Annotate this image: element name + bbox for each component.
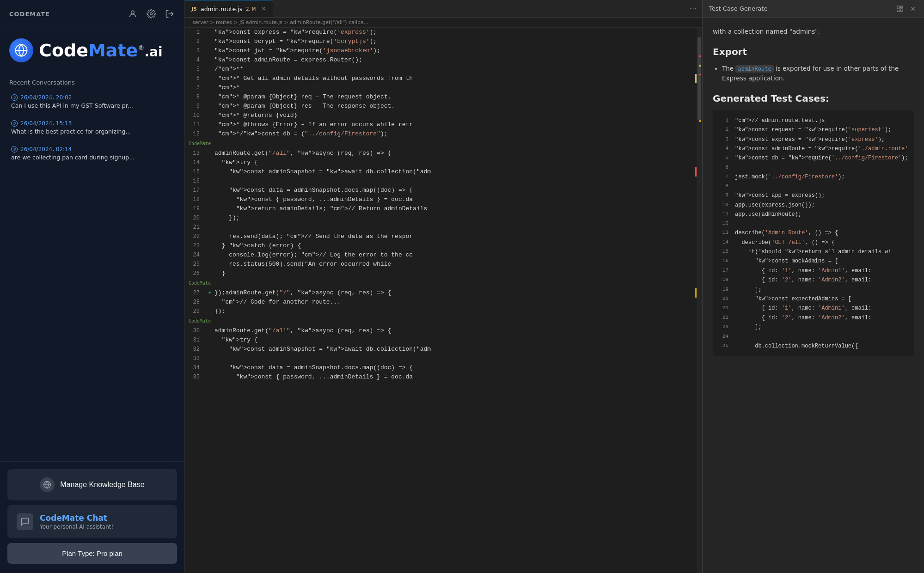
- code-line-14: 14 "kw">try {: [185, 158, 697, 167]
- tc-code-12: [735, 219, 906, 228]
- tc-num-7: 7: [720, 172, 735, 182]
- code-line-29: 29});: [185, 307, 697, 316]
- code-line-6: 6 "cm">* Get all admin details without p…: [185, 74, 697, 83]
- line-gutter-30: [205, 326, 214, 335]
- tc-line-6: 6: [720, 163, 906, 172]
- tab-close-button[interactable]: ✕: [262, 6, 266, 12]
- tc-num-11: 11: [720, 210, 735, 219]
- line-number-26: 26: [185, 269, 205, 278]
- tc-num-23: 23: [720, 323, 735, 332]
- tc-line-9: 9"kw">const app = express();: [720, 191, 906, 200]
- right-panel-actions: ✕: [895, 4, 918, 13]
- tc-line-25: 25 db.collection.mockReturnValue({: [720, 341, 906, 351]
- code-line-17: 17 "kw">const data = adminSnapshot.docs.…: [185, 186, 697, 195]
- panel-layout-icon[interactable]: [895, 4, 905, 13]
- tab-modification-badge: 2, M: [246, 6, 256, 12]
- line-code-3: "kw">const jwt = "kw">require('jsonwebto…: [214, 46, 695, 55]
- clock-icon-2: ⏱: [11, 120, 18, 127]
- breadcrumb-text: server > routes > JS admin.route.js > ad…: [192, 19, 368, 25]
- tc-num-18: 18: [720, 275, 735, 285]
- editor-scrollbar[interactable]: [697, 28, 702, 573]
- tc-num-19: 19: [720, 285, 735, 294]
- tc-line-12: 12: [720, 219, 906, 228]
- scroll-indicator-orange: [699, 65, 701, 67]
- plan-button[interactable]: Plan Type: Pro plan: [7, 543, 177, 564]
- tc-line-11: 11app.use(adminRoute);: [720, 210, 906, 219]
- tc-code-16: "kw">const mockAdmins = [: [735, 256, 906, 266]
- line-number-11: 11: [185, 120, 205, 129]
- line-gutter-32: [205, 345, 214, 354]
- tc-code-23: ];: [735, 323, 906, 332]
- logout-icon[interactable]: [164, 8, 175, 19]
- line-gutter-25: [205, 260, 214, 269]
- code-line-3: 3"kw">const jwt = "kw">require('jsonwebt…: [185, 46, 697, 55]
- right-panel: Test Case Generate ✕ with a collection n…: [702, 0, 924, 573]
- chat-subtitle: Your personal AI assistant!: [40, 524, 113, 530]
- line-number-14: 14: [185, 158, 205, 167]
- line-gutter-28: [205, 298, 214, 307]
- code-line-7: 7 "cm">*: [185, 83, 697, 92]
- tc-code-20: "kw">const expectedAdmins = [: [735, 294, 906, 304]
- tc-code-6: [735, 163, 906, 172]
- tc-code-18: { id: '2', name: 'Admin2', email:: [735, 275, 906, 285]
- line-number-28: 28: [185, 298, 205, 307]
- editor-tabs: JS admin.route.js 2, M ✕ ···: [185, 0, 702, 18]
- line-gutter-26: [205, 269, 214, 278]
- tc-num-14: 14: [720, 238, 735, 247]
- tc-num-13: 13: [720, 228, 735, 238]
- manage-knowledge-button[interactable]: Manage Knowledge Base: [7, 469, 177, 500]
- line-code-12: "cm">*/"kw">const db = ("../config/Fires…: [214, 129, 695, 139]
- recent-label: Recent Conversations: [0, 72, 184, 90]
- conversation-item-3[interactable]: ⏱ 26/04/2024, 02:14 are we collecting pa…: [6, 141, 179, 165]
- line-gutter-20: [205, 213, 214, 223]
- line-gutter-16: [205, 177, 214, 186]
- line-number-20: 20: [185, 213, 205, 223]
- line-gutter-27: +: [205, 288, 214, 298]
- line-number-24: 24: [185, 250, 205, 260]
- line-gutter-34: [205, 363, 214, 372]
- export-list-item: The adminRoute is exported for use in ot…: [722, 64, 914, 84]
- code-editor[interactable]: 1"kw">const express = "kw">require('expr…: [185, 28, 697, 573]
- editor-content: 1"kw">const express = "kw">require('expr…: [185, 28, 702, 573]
- right-panel-title: Test Case Generate: [709, 5, 767, 12]
- chat-card[interactable]: CodeMate Chat Your personal AI assistant…: [7, 505, 177, 538]
- line-number-5: 5: [185, 65, 205, 74]
- code-line-27: 27+});adminRoute.get("/", "kw">async (re…: [185, 288, 697, 298]
- line-gutter-8: [205, 92, 214, 102]
- chat-title: CodeMate Chat: [40, 513, 113, 523]
- tc-line-24: 24: [720, 332, 906, 341]
- line-number-12: 12: [185, 129, 205, 139]
- scroll-indicator-yellow: [699, 120, 701, 122]
- conv-preview-3: are we collecting pan card during signup…: [11, 154, 173, 161]
- line-gutter-6: [205, 74, 214, 83]
- profile-icon[interactable]: [127, 8, 138, 19]
- line-gutter-9: [205, 102, 214, 111]
- tc-line-15: 15 it('should "kw">return all admin deta…: [720, 247, 906, 256]
- code-line-9: 9 "cm">* @param {Object} res – The respo…: [185, 102, 697, 111]
- brand-text: CODEMATE: [9, 11, 50, 18]
- tc-line-10: 10app.use(express.json());: [720, 201, 906, 210]
- codematelabel-13: CodeMate: [185, 139, 697, 149]
- panel-close-button[interactable]: ✕: [908, 4, 918, 13]
- tc-code-2: "kw">const request = "kw">require('super…: [735, 125, 906, 134]
- tc-num-3: 3: [720, 135, 735, 144]
- line-code-4: "kw">const adminRoute = express.Router()…: [214, 55, 695, 65]
- line-number-3: 3: [185, 46, 205, 55]
- settings-icon[interactable]: [146, 8, 157, 19]
- tab-more-button[interactable]: ···: [684, 4, 702, 13]
- sidebar: CODEMATE: [0, 0, 185, 573]
- line-number-13: 13: [185, 149, 205, 158]
- conversation-item-2[interactable]: ⏱ 26/04/2024, 15:13 What is the best pra…: [6, 116, 179, 140]
- line-gutter-17: [205, 186, 214, 195]
- tab-admin-route[interactable]: JS admin.route.js 2, M ✕: [185, 0, 273, 17]
- line-number-2: 2: [185, 37, 205, 46]
- line-code-10: "cm">* @returns {void}: [214, 111, 695, 120]
- line-add-btn-27[interactable]: +: [208, 288, 211, 298]
- scroll-indicator-red: [699, 55, 701, 57]
- conversation-item-1[interactable]: ⏱ 26/04/2024, 20:02 Can I use this API i…: [6, 90, 179, 114]
- line-code-8: "cm">* @param {Object} req – The request…: [214, 92, 695, 102]
- tc-num-8: 8: [720, 182, 735, 191]
- code-line-35: 35 "kw">const { password, ...adminDetail…: [185, 372, 697, 382]
- code-line-4: 4"kw">const adminRoute = express.Router(…: [185, 55, 697, 65]
- scrollbar-thumb[interactable]: [698, 37, 701, 120]
